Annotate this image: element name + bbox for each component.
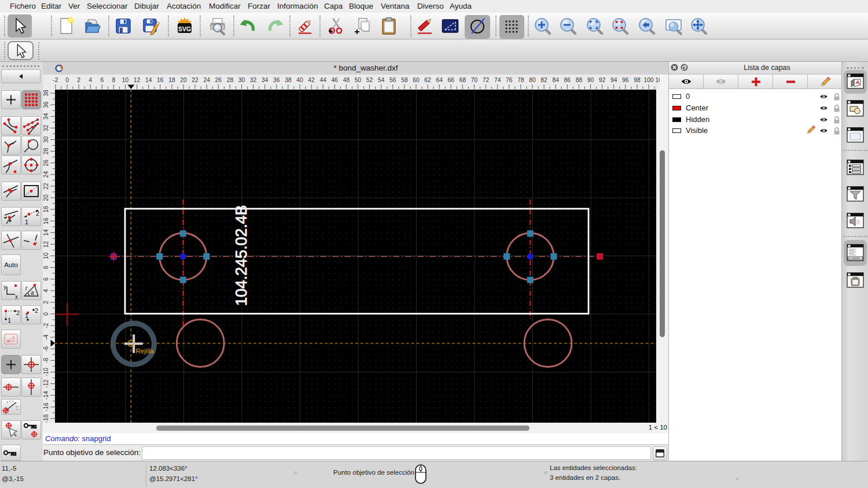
svg-text:54: 54	[378, 77, 385, 83]
svg-text:1: 1	[25, 219, 28, 225]
svg-text:2: 2	[43, 301, 49, 304]
svg-text:-10: -10	[43, 368, 49, 376]
svg-text:-12: -12	[43, 379, 49, 388]
svg-text:84: 84	[552, 77, 559, 83]
svg-text:18: 18	[168, 77, 175, 83]
svg-text:60: 60	[413, 77, 420, 83]
svg-text:-8: -8	[43, 358, 49, 363]
svg-text:12: 12	[134, 77, 141, 83]
svg-text:68: 68	[459, 77, 466, 83]
svg-text:14: 14	[43, 229, 49, 236]
svg-text:r: r	[25, 285, 28, 291]
svg-text:96: 96	[622, 77, 629, 83]
svg-text:50: 50	[355, 77, 362, 83]
svg-text:34: 34	[43, 113, 49, 120]
svg-text:38: 38	[285, 77, 292, 83]
svg-text:6: 6	[43, 278, 49, 281]
svg-text:92: 92	[599, 77, 606, 83]
svg-text:2: 2	[36, 210, 39, 217]
svg-text:22: 22	[43, 183, 49, 190]
svg-text:98: 98	[634, 77, 641, 83]
svg-text:80: 80	[529, 77, 536, 83]
svg-text:32: 32	[43, 124, 49, 131]
svg-text:30: 30	[43, 136, 49, 143]
svg-text:a: a	[31, 290, 34, 296]
svg-text:0: 0	[43, 312, 49, 316]
svg-text:64: 64	[436, 77, 443, 83]
svg-text:-2: -2	[53, 77, 58, 83]
svg-text:y: y	[3, 284, 6, 290]
svg-text:10: 10	[43, 253, 49, 260]
svg-text:SVG: SVG	[178, 25, 191, 32]
svg-text:10: 10	[122, 77, 129, 83]
svg-text:2: 2	[77, 77, 80, 83]
svg-text:36: 36	[43, 101, 49, 108]
svg-text:1: 1	[25, 312, 28, 319]
svg-text:56: 56	[389, 77, 396, 83]
svg-text:46: 46	[332, 77, 339, 83]
svg-text:22: 22	[192, 77, 198, 83]
svg-text:2: 2	[35, 307, 38, 314]
svg-text:-14: -14	[43, 391, 49, 400]
svg-text:48: 48	[343, 77, 350, 83]
svg-text:16: 16	[157, 77, 164, 83]
svg-text:6: 6	[100, 77, 104, 83]
svg-text:104.245.02.4B: 104.245.02.4B	[233, 205, 250, 306]
svg-text:4: 4	[89, 77, 92, 83]
svg-text:72: 72	[483, 77, 490, 83]
svg-text:44: 44	[319, 77, 326, 83]
svg-text:74: 74	[494, 77, 501, 83]
svg-text:42: 42	[308, 77, 315, 83]
svg-text:66: 66	[448, 77, 455, 83]
svg-text:58: 58	[401, 77, 408, 83]
svg-text:34: 34	[262, 77, 269, 83]
svg-text:18: 18	[43, 206, 49, 213]
svg-text:Rejilla: Rejilla	[136, 347, 155, 354]
svg-text:86: 86	[564, 77, 571, 83]
svg-text:24: 24	[203, 77, 210, 83]
svg-text:52: 52	[366, 77, 373, 83]
svg-text:8: 8	[43, 265, 49, 269]
svg-text:16: 16	[43, 217, 49, 224]
svg-text:76: 76	[506, 77, 513, 83]
svg-text:8: 8	[112, 77, 116, 83]
svg-text:70: 70	[471, 77, 478, 83]
svg-text:-16: -16	[43, 402, 49, 411]
svg-text:100: 100	[643, 77, 653, 83]
svg-text:12: 12	[43, 241, 49, 247]
svg-text:30: 30	[238, 77, 245, 83]
svg-text:14: 14	[145, 77, 152, 83]
svg-text:0: 0	[65, 77, 69, 83]
svg-text:90: 90	[587, 77, 594, 83]
svg-text:-4: -4	[43, 334, 49, 339]
svg-text:32: 32	[250, 77, 257, 83]
svg-text:88: 88	[576, 77, 583, 83]
svg-text:78: 78	[517, 77, 524, 83]
svg-text:-6: -6	[43, 346, 49, 351]
svg-text:82: 82	[540, 77, 547, 83]
svg-text:38: 38	[43, 90, 49, 97]
svg-text:62: 62	[424, 77, 431, 83]
svg-text:40: 40	[296, 77, 303, 83]
svg-text:26: 26	[215, 77, 222, 83]
svg-text:28: 28	[43, 148, 49, 155]
svg-text:24: 24	[43, 171, 49, 178]
svg-text:1: 1	[8, 317, 11, 324]
svg-text:28: 28	[227, 77, 234, 83]
svg-text:4: 4	[43, 289, 49, 293]
svg-text:36: 36	[273, 77, 280, 83]
svg-text:x: x	[15, 294, 18, 300]
svg-text:-2: -2	[43, 323, 49, 328]
svg-text:20: 20	[43, 194, 49, 201]
svg-text:20: 20	[180, 77, 187, 83]
svg-text:-18: -18	[43, 414, 49, 423]
svg-text:26: 26	[43, 160, 49, 167]
svg-text:94: 94	[610, 77, 617, 83]
svg-text:2: 2	[16, 309, 20, 316]
